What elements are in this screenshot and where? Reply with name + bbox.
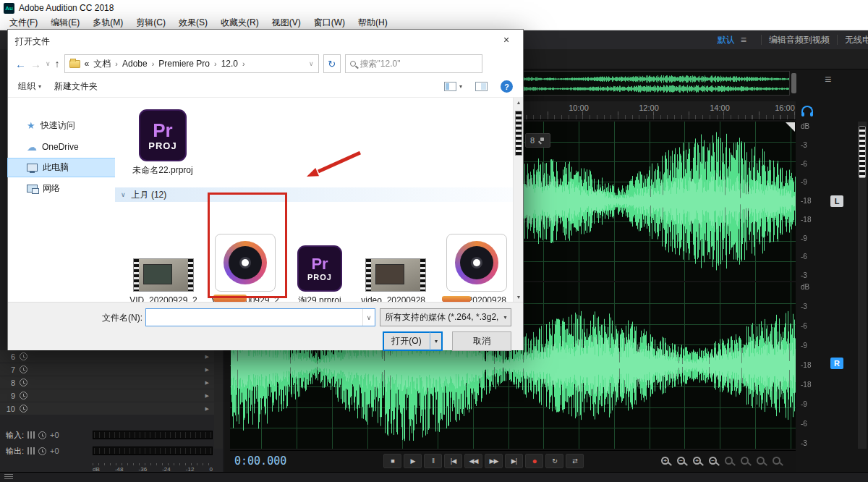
- menu-favorites[interactable]: 收藏夹(R): [214, 17, 265, 29]
- address-breadcrumb[interactable]: « 文档 › Adobe › Premiere Pro › 12.0 › ∨: [64, 54, 319, 73]
- fast-forward-button[interactable]: ▶▶: [485, 454, 503, 468]
- zoom-out-vertical-icon[interactable]: −: [709, 457, 717, 465]
- scroll-up-icon[interactable]: ▲: [514, 100, 524, 105]
- group-header-last-month[interactable]: ∨ 上月 (12): [115, 187, 513, 202]
- left-channel-badge[interactable]: L: [830, 195, 843, 207]
- organize-button[interactable]: 组织 ▾: [18, 80, 41, 93]
- pin-icon[interactable]: [538, 137, 545, 144]
- track-row[interactable]: 9 ▶: [0, 389, 214, 402]
- workspace-menu-icon[interactable]: ≡: [741, 34, 746, 46]
- preview-pane-icon[interactable]: [475, 82, 488, 91]
- go-to-start-button[interactable]: |◀: [444, 454, 462, 468]
- close-icon[interactable]: ×: [490, 30, 522, 49]
- menu-effects[interactable]: 效果(S): [172, 17, 214, 29]
- track-row[interactable]: 10 ▶: [0, 402, 214, 415]
- zoom-to-selection-icon[interactable]: [757, 457, 765, 465]
- cancel-button[interactable]: 取消: [452, 331, 511, 351]
- menu-help[interactable]: 帮助(H): [352, 17, 394, 29]
- track-row[interactable]: 8 ▶: [0, 376, 214, 389]
- expand-chevron-icon[interactable]: ▶: [205, 354, 209, 360]
- expand-chevron-icon[interactable]: ▶: [205, 367, 209, 373]
- headphone-monitor-icon[interactable]: [801, 106, 813, 113]
- timecode-display[interactable]: 0:00.000: [234, 454, 286, 468]
- sidebar-item-this-pc[interactable]: 此电脑: [8, 158, 115, 177]
- address-dropdown-chevron-icon[interactable]: ∨: [309, 60, 314, 67]
- menu-window[interactable]: 窗口(W): [307, 17, 352, 29]
- sidebar-item-network[interactable]: 网络: [8, 179, 115, 198]
- zoom-to-in-point-icon[interactable]: [725, 457, 733, 465]
- filename-dropdown-chevron-icon[interactable]: ∨: [362, 309, 375, 326]
- file-tile-prproj[interactable]: PrPROJ 淘29.prproj: [289, 203, 351, 302]
- skip-selection-button[interactable]: ⇄: [566, 454, 584, 468]
- sidebar-item-onedrive[interactable]: ☁ OneDrive: [8, 138, 115, 156]
- breadcrumb-documents[interactable]: 文档: [93, 58, 111, 70]
- refresh-button[interactable]: ↻: [323, 54, 341, 73]
- play-button[interactable]: ▶: [404, 454, 422, 468]
- search-input[interactable]: [360, 59, 477, 69]
- status-grid-icon[interactable]: [4, 474, 13, 481]
- file-list-area[interactable]: PrPROJ 未命名22.prproj ∨ 上月 (12) VID_202009…: [115, 98, 513, 302]
- zoom-to-out-point-icon[interactable]: [741, 457, 749, 465]
- expand-chevron-icon[interactable]: ▶: [205, 406, 209, 412]
- input-routing-row[interactable]: 输入: +0: [0, 428, 91, 441]
- menu-edit[interactable]: 编辑(E): [44, 17, 86, 29]
- change-view-button[interactable]: ▾: [444, 82, 462, 91]
- menu-view[interactable]: 视图(V): [265, 17, 307, 29]
- new-folder-button[interactable]: 新建文件夹: [54, 80, 98, 93]
- breadcrumb-adobe[interactable]: Adobe: [122, 59, 148, 69]
- open-dropdown-chevron-icon[interactable]: ▾: [430, 332, 442, 350]
- collapse-chevron-icon[interactable]: ∨: [121, 191, 126, 198]
- output-routing-row[interactable]: 输出: +0: [0, 444, 91, 457]
- overview-range-handle[interactable]: [791, 73, 796, 93]
- scrollbar-thumb[interactable]: [859, 126, 866, 178]
- rewind-button[interactable]: ◀◀: [464, 454, 482, 468]
- zoom-in-vertical-icon[interactable]: +: [693, 457, 701, 465]
- file-tile-mp4[interactable]: video_20200928_204939.mp4: [354, 203, 438, 302]
- recent-locations-chevron-icon[interactable]: ∨: [46, 60, 51, 67]
- panel-resize-grip[interactable]: [786, 122, 795, 132]
- expand-chevron-icon[interactable]: ▶: [205, 393, 209, 399]
- input-gain-value[interactable]: +0: [50, 431, 59, 439]
- zoom-out-icon[interactable]: −: [677, 457, 685, 465]
- forward-button[interactable]: →: [30, 58, 41, 70]
- menu-clip[interactable]: 剪辑(C): [129, 17, 172, 29]
- open-button[interactable]: 打开(O) ▾: [383, 331, 443, 351]
- loop-playback-button[interactable]: ↻: [545, 454, 563, 468]
- track-row[interactable]: 7 ▶: [0, 363, 214, 376]
- file-type-filter-dropdown[interactable]: 所有支持的媒体 (*.264, *.3g2, ▾: [380, 308, 511, 326]
- record-button[interactable]: ●: [525, 454, 543, 468]
- stop-button[interactable]: ■: [383, 454, 401, 468]
- expand-chevron-icon[interactable]: ▶: [205, 380, 209, 386]
- zoom-full-icon[interactable]: [773, 457, 780, 465]
- filename-combobox[interactable]: ∨: [145, 308, 375, 326]
- breadcrumb-12-0[interactable]: 12.0: [221, 59, 238, 69]
- file-tile-mp4[interactable]: VID_20200929_200555_1.mp4: [122, 203, 205, 302]
- dialog-titlebar[interactable]: 打开文件 ×: [8, 30, 523, 51]
- scroll-down-icon[interactable]: ▼: [514, 295, 524, 300]
- editor-vertical-scrollbar[interactable]: [858, 122, 867, 449]
- workspace-tab-edit-audio-to-video[interactable]: 编辑音频到视频: [769, 34, 830, 46]
- help-button[interactable]: ?: [501, 80, 513, 93]
- breadcrumb-overflow[interactable]: «: [85, 59, 90, 69]
- sidebar-item-quick-access[interactable]: ★ 快速访问: [8, 117, 115, 135]
- menu-multitrack[interactable]: 多轨(M): [86, 17, 129, 29]
- go-to-end-button[interactable]: ▶|: [505, 454, 523, 468]
- right-channel-badge[interactable]: R: [830, 358, 843, 369]
- panel-menu-icon[interactable]: ≡: [825, 74, 831, 85]
- workspace-default[interactable]: 默认: [718, 34, 735, 46]
- menu-file[interactable]: 文件(F): [3, 17, 44, 29]
- output-gain-value[interactable]: +0: [50, 447, 59, 455]
- breadcrumb-premiere-pro[interactable]: Premiere Pro: [158, 59, 210, 69]
- up-button[interactable]: ↑: [55, 58, 60, 69]
- zoom-in-icon[interactable]: +: [661, 457, 669, 465]
- back-button[interactable]: ←: [15, 58, 26, 70]
- workspace-tab-radio-production[interactable]: 无线电制作: [845, 34, 868, 46]
- search-box[interactable]: [345, 54, 482, 73]
- track-row[interactable]: 6 ▶: [0, 350, 214, 363]
- pause-button[interactable]: ‖: [424, 454, 442, 468]
- filename-input[interactable]: [146, 309, 362, 326]
- file-list-scrollbar[interactable]: ▲ ▼: [513, 98, 523, 302]
- file-tile-mp3[interactable]: video_20200928_204939.mp3: [441, 203, 513, 302]
- file-tile-prproj[interactable]: PrPROJ 未命名22.prproj: [119, 105, 206, 177]
- scrollbar-thumb[interactable]: [515, 111, 522, 156]
